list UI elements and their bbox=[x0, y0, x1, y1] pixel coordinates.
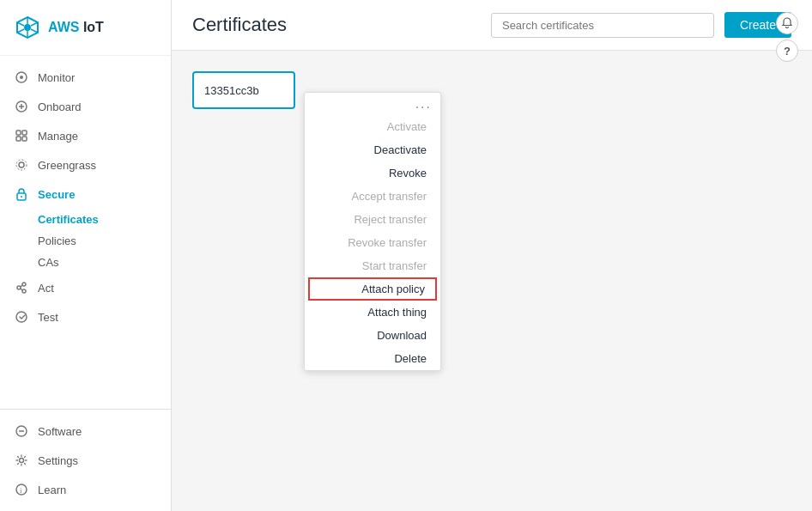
sidebar-item-act[interactable]: Act bbox=[0, 273, 171, 302]
certificates-content: 13351cc3b ... Activate Deactivate Revoke… bbox=[172, 51, 812, 511]
menu-item-activate[interactable]: Activate bbox=[305, 115, 440, 138]
svg-point-2 bbox=[24, 24, 31, 31]
menu-item-reject-transfer[interactable]: Reject transfer bbox=[305, 208, 440, 231]
software-icon bbox=[14, 423, 29, 439]
sidebar-item-act-label: Act bbox=[38, 282, 54, 295]
svg-point-28 bbox=[20, 459, 24, 463]
menu-item-delete[interactable]: Delete bbox=[305, 347, 440, 370]
menu-item-accept-transfer[interactable]: Accept transfer bbox=[305, 185, 440, 208]
sidebar-item-test-label: Test bbox=[38, 311, 58, 324]
sidebar-item-settings[interactable]: Settings bbox=[0, 446, 171, 475]
sidebar-item-manage-label: Manage bbox=[38, 130, 78, 143]
sidebar-subitem-policies[interactable]: Policies bbox=[0, 230, 171, 252]
test-icon bbox=[14, 309, 29, 325]
onboard-icon bbox=[14, 99, 29, 114]
certificate-id: 13351cc3b bbox=[204, 84, 259, 97]
sidebar-subitem-cas-label: CAs bbox=[38, 256, 59, 269]
settings-icon bbox=[14, 453, 29, 468]
certificate-card[interactable]: 13351cc3b bbox=[192, 71, 295, 109]
svg-point-20 bbox=[17, 286, 21, 289]
sidebar-subitem-policies-label: Policies bbox=[38, 234, 76, 247]
context-menu-dots: ... bbox=[305, 93, 440, 115]
sidebar-item-greengrass[interactable]: Greengrass bbox=[0, 150, 171, 179]
svg-point-22 bbox=[22, 289, 26, 293]
sidebar-item-software[interactable]: Software bbox=[0, 417, 171, 446]
aws-iot-logo-icon bbox=[14, 14, 41, 41]
svg-point-19 bbox=[21, 196, 22, 198]
svg-point-17 bbox=[16, 160, 27, 170]
menu-item-revoke-transfer[interactable]: Revoke transfer bbox=[305, 231, 440, 254]
sidebar-item-software-label: Software bbox=[38, 425, 82, 438]
top-icons-area: ? bbox=[776, 12, 798, 62]
sidebar-item-secure[interactable]: Secure bbox=[0, 179, 171, 209]
search-input[interactable] bbox=[491, 13, 714, 38]
sidebar-item-secure-label: Secure bbox=[38, 188, 75, 201]
menu-item-revoke[interactable]: Revoke bbox=[305, 161, 440, 185]
menu-item-start-transfer[interactable]: Start transfer bbox=[305, 254, 440, 277]
sidebar-item-settings-label: Settings bbox=[38, 454, 78, 467]
main-content-area: ? Certificates Create 13351cc3b ... Acti… bbox=[172, 0, 812, 511]
svg-text:i: i bbox=[20, 486, 22, 495]
question-mark-icon: ? bbox=[784, 45, 791, 58]
svg-line-23 bbox=[21, 285, 22, 287]
sidebar-item-test[interactable]: Test bbox=[0, 302, 171, 332]
svg-rect-14 bbox=[16, 137, 21, 141]
sidebar: AWS IoT Monitor Onboard Manage bbox=[0, 0, 172, 511]
sidebar-subitem-certificates[interactable]: Certificates bbox=[0, 209, 171, 230]
svg-point-16 bbox=[19, 162, 24, 167]
sidebar-nav: Monitor Onboard Manage Greengrass bbox=[0, 56, 171, 409]
sidebar-subitem-cas[interactable]: CAs bbox=[0, 252, 171, 273]
page-title: Certificates bbox=[192, 14, 287, 36]
svg-point-21 bbox=[22, 283, 26, 286]
sidebar-subitem-certificates-label: Certificates bbox=[38, 213, 99, 226]
sidebar-item-learn-label: Learn bbox=[38, 484, 66, 496]
sidebar-item-learn[interactable]: i Learn bbox=[0, 475, 171, 504]
menu-item-attach-thing[interactable]: Attach thing bbox=[305, 301, 440, 324]
sidebar-item-greengrass-label: Greengrass bbox=[38, 159, 96, 172]
sidebar-item-manage[interactable]: Manage bbox=[0, 121, 171, 150]
sidebar-item-onboard[interactable]: Onboard bbox=[0, 92, 171, 121]
svg-line-24 bbox=[21, 289, 22, 290]
menu-item-download[interactable]: Download bbox=[305, 324, 440, 347]
menu-item-attach-policy[interactable]: Attach policy bbox=[308, 277, 437, 301]
sidebar-item-monitor[interactable]: Monitor bbox=[0, 63, 171, 92]
svg-rect-15 bbox=[22, 137, 27, 141]
svg-point-10 bbox=[20, 76, 23, 79]
context-menu: ... Activate Deactivate Revoke Accept tr… bbox=[304, 92, 441, 371]
sidebar-bottom: Software Settings i Learn bbox=[0, 409, 171, 511]
app-name-label: AWS IoT bbox=[48, 20, 104, 35]
svg-point-25 bbox=[16, 312, 27, 322]
learn-icon: i bbox=[14, 482, 29, 497]
help-button[interactable]: ? bbox=[776, 40, 798, 62]
secure-icon bbox=[14, 186, 29, 202]
logo-area: AWS IoT bbox=[0, 0, 171, 56]
svg-rect-13 bbox=[22, 131, 27, 135]
menu-item-deactivate[interactable]: Deactivate bbox=[305, 138, 440, 161]
manage-icon bbox=[14, 128, 29, 143]
sidebar-item-onboard-label: Onboard bbox=[38, 100, 82, 113]
act-icon bbox=[14, 280, 29, 295]
svg-rect-12 bbox=[16, 131, 21, 135]
sidebar-item-monitor-label: Monitor bbox=[38, 71, 75, 84]
header-controls: Create bbox=[491, 12, 791, 38]
notification-bell-button[interactable] bbox=[776, 12, 798, 34]
monitor-icon bbox=[14, 70, 29, 85]
certificate-card-wrapper: 13351cc3b ... Activate Deactivate Revoke… bbox=[192, 71, 295, 109]
greengrass-icon bbox=[14, 157, 29, 173]
bell-icon bbox=[781, 17, 793, 29]
page-header: Certificates Create bbox=[172, 0, 812, 51]
